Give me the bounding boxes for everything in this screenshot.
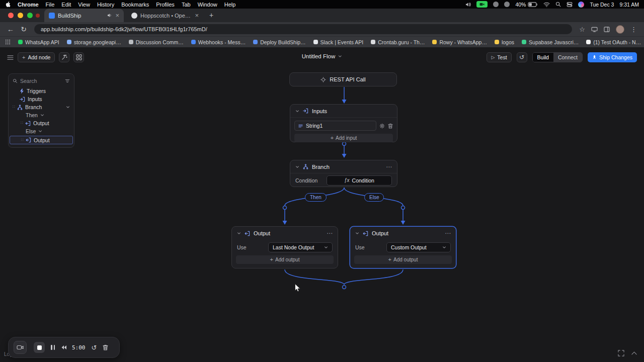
rewind-button[interactable] xyxy=(61,345,67,350)
menubar-item-tab[interactable]: Tab xyxy=(182,2,191,8)
search-input[interactable] xyxy=(20,78,62,84)
restart-recording-button[interactable]: ↺ xyxy=(92,344,97,351)
output-node-else[interactable]: Output ⋯ Use Custom Output +Add output xyxy=(350,226,456,268)
collapse-chevron-icon[interactable] xyxy=(355,231,359,235)
node-menu-icon[interactable]: ⋯ xyxy=(327,230,333,236)
recorder-camera-button[interactable] xyxy=(14,341,27,354)
menubar-status-icon[interactable] xyxy=(493,2,499,7)
browser-menu-icon[interactable]: ⋮ xyxy=(630,26,637,33)
side-panel-icon[interactable] xyxy=(604,27,610,32)
branch-node[interactable]: Branch ⋯ Condition ƒx Condition xyxy=(290,160,397,187)
menubar-item-history[interactable]: History xyxy=(97,2,114,8)
wifi-icon[interactable] xyxy=(543,2,550,7)
gear-icon[interactable] xyxy=(379,123,385,129)
add-output-button[interactable]: +Add output xyxy=(354,255,452,264)
apple-menu-icon[interactable] xyxy=(5,1,11,8)
chevron-down-icon[interactable] xyxy=(38,129,42,133)
bookmark-star-icon[interactable]: ☆ xyxy=(579,26,585,33)
profile-avatar[interactable] xyxy=(616,25,624,34)
menubar-date[interactable]: Tue Dec 3 xyxy=(590,2,614,8)
tab-close-icon[interactable]: × xyxy=(115,12,119,19)
new-tab-button[interactable]: + xyxy=(209,11,213,19)
condition-button[interactable]: ƒx Condition xyxy=(327,175,392,186)
ship-changes-button[interactable]: Ship Changes xyxy=(588,52,637,62)
menubar-status2-icon[interactable] xyxy=(504,2,510,7)
tree-item-then-output[interactable]: ∷ Output xyxy=(9,119,74,127)
menubar-item-profiles[interactable]: Profiles xyxy=(156,2,175,8)
apps-grid-icon[interactable] xyxy=(5,39,11,45)
pause-button[interactable] xyxy=(51,345,55,350)
filter-icon[interactable] xyxy=(65,78,70,83)
menubar-item-file[interactable]: File xyxy=(46,2,55,8)
battery-status[interactable]: 40% xyxy=(515,2,538,8)
input-field-string1[interactable]: String1 xyxy=(294,121,376,131)
output-source-dropdown[interactable]: Custom Output xyxy=(386,242,451,252)
back-icon[interactable]: ← xyxy=(4,26,17,33)
refresh-icon[interactable]: ↻ xyxy=(17,26,30,33)
tree-item-then[interactable]: Then xyxy=(9,111,74,119)
volume-icon[interactable] xyxy=(465,2,471,7)
add-input-button[interactable]: +Add input xyxy=(294,134,393,142)
screen-recording-indicator-icon[interactable] xyxy=(476,1,488,8)
layout-grid-button[interactable] xyxy=(73,52,84,62)
drag-handle-icon[interactable]: ∷ xyxy=(13,105,15,109)
tree-item-inputs[interactable]: Inputs xyxy=(9,95,74,103)
bookmark-item[interactable]: WhatsApp API xyxy=(18,39,59,45)
menubar-item-bookmarks[interactable]: Bookmarks xyxy=(121,2,149,8)
flow-title-menu[interactable]: Untitled Flow xyxy=(302,53,342,59)
discard-recording-button[interactable] xyxy=(103,344,108,350)
url-bar[interactable]: app.buildship.com/p/buildship-6dk2jv/flo… xyxy=(34,24,572,34)
output-node-then[interactable]: Output ⋯ Use Last Node Output +Add outpu… xyxy=(231,226,338,268)
add-node-button[interactable]: +Add node xyxy=(18,52,55,62)
siri-icon[interactable] xyxy=(578,2,584,8)
menubar-app-name[interactable]: Chrome xyxy=(18,2,39,8)
collapse-chevron-icon[interactable] xyxy=(295,109,299,113)
node-menu-icon[interactable]: ⋯ xyxy=(445,230,451,236)
bookmark-item[interactable]: Webhooks - Mess… xyxy=(191,39,246,45)
bookmark-item[interactable]: Supabase Javascri… xyxy=(522,39,579,45)
menubar-item-window[interactable]: Window xyxy=(198,2,217,8)
rest-api-call-node[interactable]: REST API Call xyxy=(289,72,397,86)
bookmark-item[interactable]: logos xyxy=(495,39,514,45)
chevron-down-icon[interactable] xyxy=(66,105,70,109)
close-window-button[interactable] xyxy=(8,13,14,18)
menubar-item-edit[interactable]: Edit xyxy=(61,2,71,8)
output-source-dropdown[interactable]: Last Node Output xyxy=(268,242,333,252)
then-branch-pill[interactable]: Then xyxy=(305,193,327,202)
sidebar-toggle-icon[interactable] xyxy=(7,55,14,60)
menubar-time[interactable]: 9:31 AM xyxy=(619,2,639,8)
fullscreen-icon[interactable] xyxy=(618,350,624,356)
stop-recording-button[interactable] xyxy=(34,342,45,353)
control-center-icon[interactable] xyxy=(567,2,573,7)
bookmark-item[interactable]: Discussion Comm… xyxy=(129,39,184,45)
ai-wand-button[interactable] xyxy=(59,52,69,62)
spotlight-search-icon[interactable] xyxy=(555,2,561,7)
bookmark-item[interactable]: Slack | Events API xyxy=(313,39,364,45)
add-output-button[interactable]: +Add output xyxy=(236,255,334,264)
node-menu-icon[interactable]: ⋯ xyxy=(386,164,392,170)
bookmark-item[interactable]: Rowy - WhatsApp… xyxy=(432,39,487,45)
tab-audio-icon[interactable] xyxy=(107,13,112,18)
tab-close-icon[interactable]: × xyxy=(195,12,199,19)
collapse-chevron-icon[interactable] xyxy=(295,165,299,169)
trash-icon[interactable] xyxy=(388,123,393,129)
minimize-window-button[interactable] xyxy=(18,13,23,18)
tab-buildship[interactable]: BuildShip × xyxy=(44,9,124,22)
connect-tab[interactable]: Connect xyxy=(553,53,582,62)
drag-handle-icon[interactable]: ∷ xyxy=(21,138,23,142)
tree-item-branch[interactable]: ∷ Branch xyxy=(9,103,74,111)
test-button[interactable]: ▷Test xyxy=(487,52,511,62)
menubar-item-help[interactable]: Help xyxy=(224,2,236,8)
collapse-chevron-up-icon[interactable] xyxy=(631,351,637,355)
tree-item-triggers[interactable]: Triggers xyxy=(9,87,74,95)
collapse-chevron-icon[interactable] xyxy=(237,231,241,235)
zoom-window-button[interactable] xyxy=(27,13,33,18)
drag-handle-icon[interactable]: ∷ xyxy=(21,121,23,125)
else-branch-pill[interactable]: Else xyxy=(364,193,384,202)
menubar-item-view[interactable]: View xyxy=(78,2,90,8)
flow-canvas[interactable] xyxy=(0,47,644,362)
build-tab[interactable]: Build xyxy=(533,53,553,62)
tree-item-else[interactable]: Else xyxy=(9,127,74,135)
bookmark-item[interactable]: (1) Test OAuth - N… xyxy=(586,39,641,45)
tab-hoppscotch[interactable]: Hoppscotch • Open source… × xyxy=(127,9,203,22)
